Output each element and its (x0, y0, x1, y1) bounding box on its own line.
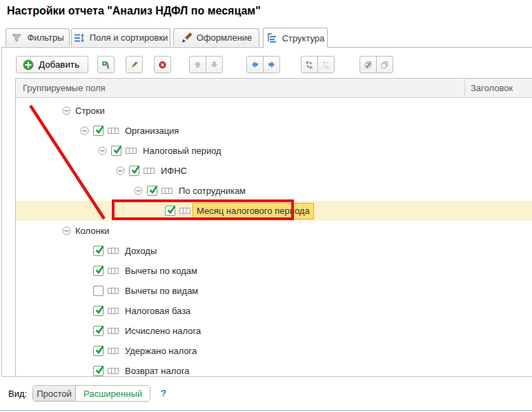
row-label: Исчислено налога (125, 326, 201, 336)
tree-row[interactable]: Исчислено налога (16, 321, 532, 341)
expander-placeholder (80, 306, 89, 315)
move-down-button[interactable] (206, 56, 223, 73)
row-checkbox[interactable] (93, 266, 104, 276)
field-icon (108, 128, 119, 134)
tree-row[interactable]: Вычеты по видам (16, 281, 532, 301)
field-icon (108, 368, 119, 374)
row-checkbox[interactable] (93, 366, 104, 376)
expander-placeholder (80, 346, 89, 355)
tree-row[interactable]: Удержано налога (16, 341, 532, 361)
row-checkbox[interactable] (93, 346, 104, 356)
tree-row[interactable]: Месяц налогового периода (16, 201, 532, 221)
column-header-grouped-fields: Группируемые поля (16, 83, 464, 93)
tree-row[interactable]: Колонки (16, 221, 532, 241)
check-group (359, 56, 393, 73)
row-checkbox[interactable] (111, 146, 121, 156)
row-checkbox[interactable] (165, 206, 175, 216)
collapse-icon[interactable] (98, 146, 107, 155)
tree-header: Группируемые поля Заголовок (16, 79, 532, 98)
row-checkbox[interactable] (93, 326, 104, 336)
row-checkbox[interactable] (93, 126, 104, 136)
field-icon (108, 248, 119, 254)
row-label: Строки (75, 106, 105, 116)
add-button[interactable]: Добавить (16, 56, 88, 73)
row-label: ИФНС (161, 166, 187, 176)
expander-placeholder (80, 366, 89, 375)
help-link[interactable]: ? (161, 388, 166, 398)
field-icon (108, 328, 119, 334)
check-all-button[interactable] (359, 56, 377, 73)
field-icon (108, 348, 119, 354)
row-label: Организация (125, 126, 179, 136)
tree-row[interactable]: По сотрудникам (16, 181, 532, 201)
tab-label: Структура (282, 33, 325, 43)
row-label: Налоговый период (143, 146, 221, 156)
view-mode-label: Вид: (8, 389, 27, 399)
row-label: Налоговая база (125, 306, 190, 316)
plus-circle-icon (23, 59, 34, 70)
fields-sorting-icon (74, 32, 85, 43)
field-icon (179, 208, 190, 214)
row-checkbox[interactable] (147, 186, 157, 196)
expander-placeholder (152, 206, 161, 215)
tab-structure[interactable]: Структура (263, 28, 328, 48)
row-checkbox[interactable] (93, 246, 104, 256)
add-nested-button[interactable] (97, 56, 115, 73)
row-checkbox[interactable] (93, 306, 104, 316)
row-checkbox[interactable] (129, 166, 139, 176)
field-icon (126, 148, 137, 154)
view-mode-simple-button[interactable]: Простой (33, 386, 76, 401)
tab-label: Фильтры (27, 32, 63, 43)
filter-icon (11, 32, 22, 43)
tree-row[interactable]: Доходы (16, 241, 532, 261)
tab-label: Оформление (197, 32, 253, 43)
view-mode-extended-button[interactable]: Расширенный (76, 386, 150, 401)
row-label: Удержано налога (125, 346, 197, 356)
structure-tree-table: Группируемые поля Заголовок СтрокиОргани… (15, 78, 532, 376)
swap-with-child-button[interactable] (317, 56, 335, 73)
tree-row[interactable]: Вычеты по кодам (16, 261, 532, 281)
tree-row[interactable]: Налоговый период (16, 141, 532, 161)
toolbar: Добавить (16, 56, 393, 73)
move-horizontal-group (246, 56, 280, 73)
expander-placeholder (80, 246, 89, 255)
footer: Вид: Простой Расширенный ? (0, 377, 532, 412)
collapse-icon[interactable] (116, 166, 125, 175)
field-icon (108, 288, 119, 294)
tree-row[interactable]: Налоговая база (16, 301, 532, 321)
swap-with-parent-button[interactable] (301, 56, 318, 73)
window-bottom-edge (0, 410, 532, 411)
row-label: Колонки (75, 226, 110, 236)
move-right-button[interactable] (263, 56, 280, 73)
edit-button[interactable] (126, 56, 143, 73)
row-label: По сотрудникам (179, 186, 246, 196)
uncheck-all-button[interactable] (376, 56, 393, 73)
expander-placeholder (80, 286, 89, 295)
selected-cell-label: Месяц налогового периода (193, 203, 314, 219)
field-icon (108, 308, 119, 314)
column-header-title: Заголовок (465, 83, 513, 93)
collapse-icon[interactable] (62, 226, 71, 235)
expander-placeholder (80, 266, 89, 275)
row-checkbox[interactable] (93, 286, 104, 296)
tree-row[interactable]: Организация (16, 121, 532, 141)
view-mode-switch: Простой Расширенный (32, 385, 150, 402)
tree-row[interactable]: Строки (16, 101, 532, 121)
field-icon (108, 268, 119, 274)
move-up-button[interactable] (189, 56, 206, 73)
tab-fields-sorting[interactable]: Поля и сортировки (71, 28, 170, 46)
field-icon (161, 188, 173, 194)
move-vertical-group (189, 56, 223, 73)
collapse-icon[interactable] (134, 186, 143, 195)
delete-button[interactable] (154, 56, 171, 73)
collapse-icon[interactable] (62, 106, 71, 115)
tree-row[interactable]: Возврат налога (16, 361, 532, 376)
collapse-icon[interactable] (80, 126, 89, 135)
tab-appearance[interactable]: Оформление (173, 28, 259, 46)
add-button-label: Добавить (39, 59, 79, 70)
tab-filters[interactable]: Фильтры (6, 28, 70, 46)
appearance-icon (181, 32, 192, 43)
move-left-button[interactable] (246, 56, 264, 73)
tree-row[interactable]: ИФНС (16, 161, 532, 181)
expander-placeholder (80, 326, 89, 335)
